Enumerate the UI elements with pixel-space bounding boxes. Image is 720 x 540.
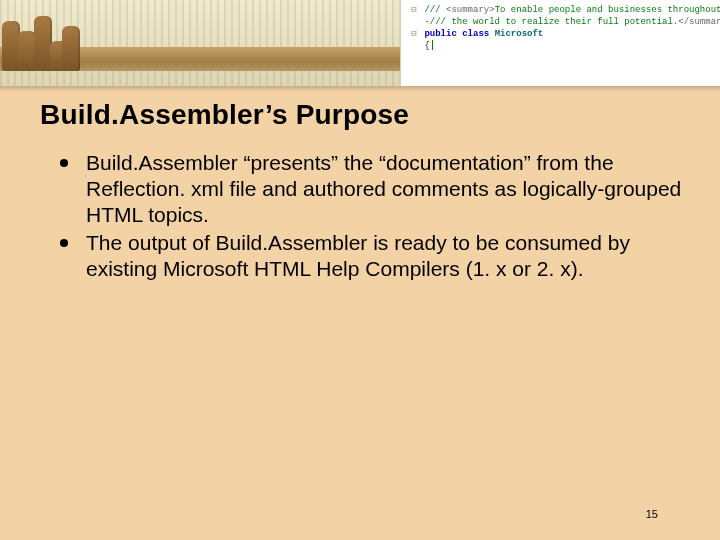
banner-shadow (0, 86, 720, 92)
code-snippet: ⊟ /// <summary>To enable people and busi… (400, 0, 720, 86)
bullet-item: The output of Build.Assembler is ready t… (58, 230, 690, 282)
code-line-4: { (409, 40, 714, 52)
slide-title: Build.Assembler’s Purpose (40, 99, 409, 131)
page-number: 15 (646, 508, 658, 520)
code-line-2: -/// the world to realize their full pot… (409, 16, 714, 28)
code-line-1: ⊟ /// <summary>To enable people and busi… (409, 4, 714, 16)
caret-icon (432, 40, 433, 50)
banner-ornament (0, 16, 90, 71)
bullet-item: Build.Assembler “presents” the “document… (58, 150, 690, 228)
code-line-3: ⊟ public class Microsoft (409, 28, 714, 40)
slide: ⊟ /// <summary>To enable people and busi… (0, 0, 720, 540)
bullet-text: Build.Assembler “presents” the “document… (86, 151, 681, 226)
slide-body: Build.Assembler “presents” the “document… (58, 150, 690, 284)
banner: ⊟ /// <summary>To enable people and busi… (0, 0, 720, 86)
bullet-text: The output of Build.Assembler is ready t… (86, 231, 630, 280)
